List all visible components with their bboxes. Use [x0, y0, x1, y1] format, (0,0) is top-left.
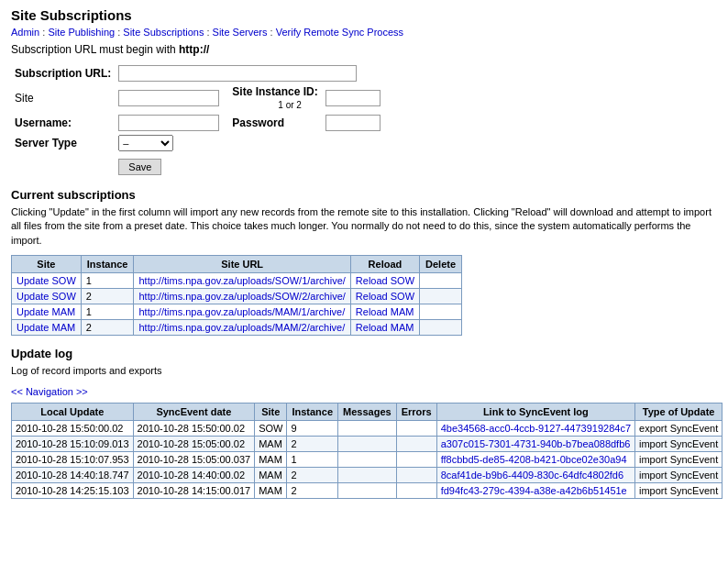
log-row: 2010-10-28 15:10:07.953 2010-10-28 15:05… [12, 451, 722, 467]
sync-log-link[interactable]: a307c015-7301-4731-940b-b7bea088dfb6 [441, 438, 631, 449]
errors-cell [396, 482, 436, 498]
subscriptions-table: Site Instance Site URL Reload Delete Upd… [11, 255, 462, 336]
subscription-url-input[interactable] [118, 65, 357, 82]
log-row: 2010-10-28 15:10:09.013 2010-10-28 15:05… [12, 436, 722, 451]
reload-link[interactable]: Reload SOW [356, 275, 414, 286]
table-row: Update SOW 1 http://tims.npa.gov.za/uplo… [12, 273, 462, 289]
instance-cell: 2 [287, 467, 338, 482]
instance-cell: 1 [81, 304, 134, 320]
password-input[interactable] [325, 115, 381, 131]
errors-cell [396, 420, 436, 436]
update-site-link[interactable]: Update MAM [17, 306, 75, 317]
table-row: Update MAM 2 http://tims.npa.gov.za/uplo… [12, 320, 462, 336]
site-instance-id-sub: 1 or 2 [278, 100, 302, 110]
table-row: Update MAM 1 http://tims.npa.gov.za/uplo… [12, 304, 462, 320]
sync-log-link[interactable]: 4be34568-acc0-4ccb-9127-4473919284c7 [441, 423, 631, 434]
form-table: Subscription URL: Site Site Instance ID:… [11, 63, 384, 177]
subscription-form: Subscription URL: Site Site Instance ID:… [11, 63, 717, 177]
instance-cell: 1 [81, 273, 134, 289]
sync-date-cell: 2010-10-28 14:40:00.02 [133, 467, 255, 482]
server-type-select[interactable]: – [118, 135, 173, 151]
server-type-label: Server Type [15, 137, 77, 149]
errors-cell [396, 467, 436, 482]
messages-cell [338, 482, 397, 498]
col-instance: Instance [81, 256, 134, 273]
subscription-note: Subscription URL must begin with http:// [11, 43, 717, 56]
type-cell: export SyncEvent [635, 420, 722, 436]
update-log-title: Update log [11, 347, 717, 360]
delete-cell [420, 273, 462, 289]
reload-link[interactable]: Reload SOW [356, 291, 414, 302]
delete-cell [420, 320, 462, 336]
sync-date-cell: 2010-10-28 15:05:00.037 [133, 451, 255, 467]
log-col-errors: Errors [396, 403, 436, 420]
page-title: Site Subscriptions [11, 7, 717, 23]
update-log-description: Log of record imports and exports [11, 364, 717, 378]
log-col-site: Site [255, 403, 287, 420]
col-site-url: Site URL [134, 256, 350, 273]
breadcrumb-site-publishing[interactable]: Site Publishing [48, 27, 115, 38]
log-row: 2010-10-28 14:25:15.103 2010-10-28 14:15… [12, 482, 722, 498]
log-col-type: Type of Update [635, 403, 722, 420]
current-subscriptions-description: Clicking "Update" in the first column wi… [11, 205, 717, 248]
current-subscriptions-title: Current subscriptions [11, 188, 717, 202]
breadcrumb-verify-remote-sync[interactable]: Verify Remote Sync Process [276, 27, 403, 38]
col-site: Site [12, 256, 82, 273]
save-button[interactable]: Save [118, 159, 161, 175]
sync-date-cell: 2010-10-28 14:15:00.017 [133, 482, 255, 498]
type-cell: import SyncEvent [635, 436, 722, 451]
site-label: Site [15, 92, 34, 105]
site-url-link[interactable]: http://tims.npa.gov.za/uploads/MAM/2/arc… [138, 322, 345, 333]
password-label: Password [232, 116, 284, 129]
site-cell: MAM [255, 436, 287, 451]
messages-cell [338, 451, 397, 467]
sync-date-cell: 2010-10-28 15:05:00.02 [133, 436, 255, 451]
navigation: << Navigation >> [11, 386, 717, 397]
site-url-link[interactable]: http://tims.npa.gov.za/uploads/SOW/2/arc… [138, 291, 345, 302]
instance-cell: 9 [287, 420, 338, 436]
sync-log-link[interactable]: 8caf41de-b9b6-4409-830c-64dfc4802fd6 [441, 470, 623, 481]
errors-cell [396, 451, 436, 467]
breadcrumb: Admin : Site Publishing : Site Subscript… [11, 27, 717, 38]
site-instance-id-label: Site Instance ID: [232, 85, 317, 98]
site-cell: MAM [255, 467, 287, 482]
local-update-cell: 2010-10-28 14:25:15.103 [12, 482, 134, 498]
sync-log-link[interactable]: ff8cbbd5-de85-4208-b421-0bce02e30a94 [441, 454, 627, 465]
update-site-link[interactable]: Update SOW [17, 291, 76, 302]
instance-cell: 2 [81, 289, 134, 304]
local-update-cell: 2010-10-28 14:40:18.747 [12, 467, 134, 482]
breadcrumb-site-servers[interactable]: Site Servers [213, 27, 268, 38]
update-site-link[interactable]: Update MAM [17, 322, 75, 333]
local-update-cell: 2010-10-28 15:10:09.013 [12, 436, 134, 451]
log-col-instance: Instance [287, 403, 338, 420]
site-url-link[interactable]: http://tims.npa.gov.za/uploads/MAM/1/arc… [138, 306, 345, 317]
instance-cell: 1 [287, 451, 338, 467]
messages-cell [338, 420, 397, 436]
reload-link[interactable]: Reload MAM [356, 322, 414, 333]
messages-cell [338, 467, 397, 482]
log-col-link: Link to SyncEvent log [436, 403, 634, 420]
site-instance-id-input[interactable] [325, 90, 381, 106]
subscription-url-label: Subscription URL: [15, 67, 111, 80]
update-site-link[interactable]: Update SOW [17, 275, 76, 286]
log-col-messages: Messages [338, 403, 397, 420]
delete-cell [420, 304, 462, 320]
sync-log-link[interactable]: fd94fc43-279c-4394-a38e-a42b6b51451e [441, 485, 627, 496]
local-update-cell: 2010-10-28 15:10:07.953 [12, 451, 134, 467]
breadcrumb-site-subscriptions[interactable]: Site Subscriptions [123, 27, 204, 38]
log-col-local-update: Local Update [12, 403, 134, 420]
username-label: Username: [15, 116, 72, 129]
type-cell: import SyncEvent [635, 451, 722, 467]
reload-link[interactable]: Reload MAM [356, 306, 414, 317]
local-update-cell: 2010-10-28 15:50:00.02 [12, 420, 134, 436]
messages-cell [338, 436, 397, 451]
breadcrumb-admin[interactable]: Admin [11, 27, 39, 38]
log-row: 2010-10-28 15:50:00.02 2010-10-28 15:50:… [12, 420, 722, 436]
delete-cell [420, 289, 462, 304]
site-input[interactable] [118, 90, 219, 106]
nav-link[interactable]: << Navigation >> [11, 386, 88, 397]
instance-cell: 2 [81, 320, 134, 336]
site-url-link[interactable]: http://tims.npa.gov.za/uploads/SOW/1/arc… [138, 275, 345, 286]
username-input[interactable] [118, 115, 219, 131]
table-row: Update SOW 2 http://tims.npa.gov.za/uplo… [12, 289, 462, 304]
